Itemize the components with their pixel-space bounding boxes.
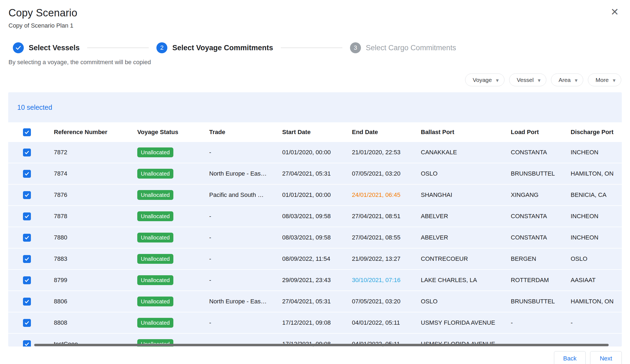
filter-area-label: Area xyxy=(559,77,571,83)
filter-area-button[interactable]: Area ▾ xyxy=(551,73,583,86)
start-date-cell: 29/09/2021, 23:43 xyxy=(274,277,343,284)
select-all-checkbox[interactable] xyxy=(23,128,31,136)
selected-count: 10 selected xyxy=(17,103,52,111)
discharge-port-value: - xyxy=(571,319,573,326)
table-row[interactable]: 8799 Unallocated - 29/09/2021, 23:43 30/… xyxy=(8,270,622,291)
row-checkbox[interactable] xyxy=(23,276,31,284)
table-row[interactable]: 7876 Unallocated Pacific and South … 01/… xyxy=(8,185,622,206)
row-checkbox[interactable] xyxy=(23,298,31,306)
row-checkbox[interactable] xyxy=(23,212,31,220)
trade-cell: - xyxy=(201,277,274,284)
table-row[interactable]: 8806 Unallocated North Europe - Eas… 27/… xyxy=(8,291,622,312)
step2-number: 2 xyxy=(156,42,167,53)
end-date-value: 21/01/2020, 22:53 xyxy=(352,149,400,156)
ballast-port-value: USMSY FLORIDA AVENUE xyxy=(421,319,495,326)
end-date-cell: 07/05/2021, 03:20 xyxy=(343,298,412,305)
row-checkbox[interactable] xyxy=(23,149,31,156)
filter-voyage-label: Voyage xyxy=(473,77,492,83)
ballast-port-cell: OSLO xyxy=(412,298,502,305)
horizontal-scrollbar[interactable] xyxy=(34,344,609,346)
column-header-reference-number[interactable]: Reference Number xyxy=(45,129,129,136)
next-button[interactable]: Next xyxy=(590,351,622,364)
column-header-ballast-port[interactable]: Ballast Port xyxy=(412,129,502,136)
modal-footer: Back Next xyxy=(0,351,622,364)
status-badge: Unallocated xyxy=(137,318,173,328)
ballast-port-cell: CONTRECOEUR xyxy=(412,255,502,262)
load-port-value: BRUNSBUTTEL xyxy=(511,298,555,305)
column-header-trade[interactable]: Trade xyxy=(201,129,274,136)
voyage-status-cell: Unallocated xyxy=(129,254,201,264)
table-row[interactable]: 7878 Unallocated - 08/03/2021, 09:58 27/… xyxy=(8,206,622,227)
trade-value: North Europe - Eas… xyxy=(209,170,267,177)
voyage-status-cell: Unallocated xyxy=(129,318,201,328)
discharge-port-value: INCHEON xyxy=(571,234,598,241)
column-header-load-port[interactable]: Load Port xyxy=(502,129,562,136)
load-port-cell: - xyxy=(502,319,562,326)
filter-more-button[interactable]: More ▾ xyxy=(588,73,621,86)
table-header-row: Reference Number Voyage Status Trade Sta… xyxy=(8,122,622,142)
reference-number-value: 7878 xyxy=(54,213,67,220)
discharge-port-value: AASIAAT xyxy=(571,277,596,283)
load-port-cell: BERGEN xyxy=(502,255,562,262)
step-select-cargo-commitments[interactable]: 3 Select Cargo Commitments xyxy=(350,42,456,53)
voyage-commitments-panel: 10 selected Reference Number Voyage Stat… xyxy=(8,92,622,347)
step-select-vessels[interactable]: Select Vessels xyxy=(13,42,80,53)
voyage-status-cell: Unallocated xyxy=(129,233,201,242)
column-header-start-date[interactable]: Start Date xyxy=(274,129,343,136)
reference-number-cell: 8799 xyxy=(45,277,129,284)
discharge-port-cell: AASIAAT xyxy=(562,277,622,284)
load-port-cell: ROTTERDAM xyxy=(502,277,562,284)
row-checkbox[interactable] xyxy=(23,319,31,327)
voyage-status-cell: Unallocated xyxy=(129,169,201,179)
step3-label: Select Cargo Commitments xyxy=(366,44,456,52)
load-port-value: - xyxy=(511,319,513,326)
start-date-value: 27/04/2021, 05:31 xyxy=(282,298,331,305)
row-checkbox[interactable] xyxy=(23,340,31,347)
back-button[interactable]: Back xyxy=(554,351,586,364)
trade-value: - xyxy=(209,234,211,241)
end-date-value: 21/09/2022, 13:27 xyxy=(352,255,400,262)
table-row[interactable]: 7874 Unallocated North Europe - Eas… 27/… xyxy=(8,163,622,185)
trade-cell: - xyxy=(201,149,274,156)
start-date-value: 01/01/2020, 00:00 xyxy=(282,149,331,156)
column-header-end-date[interactable]: End Date xyxy=(343,129,412,136)
start-date-value: 17/12/2021, 09:08 xyxy=(282,319,331,326)
discharge-port-value: INCHEON xyxy=(571,149,598,156)
table-row[interactable]: 8808 Unallocated - 17/12/2021, 09:08 04/… xyxy=(8,312,622,334)
start-date-value: 08/03/2021, 09:58 xyxy=(282,234,331,241)
status-badge: Unallocated xyxy=(137,233,173,242)
row-checkbox[interactable] xyxy=(23,234,31,242)
voyage-status-cell: Unallocated xyxy=(129,297,201,306)
row-checkbox[interactable] xyxy=(23,255,31,263)
row-checkbox[interactable] xyxy=(23,191,31,199)
trade-value: Pacific and South … xyxy=(209,191,264,198)
load-port-value: BERGEN xyxy=(511,255,536,262)
filter-vessel-button[interactable]: Vessel ▾ xyxy=(509,73,546,86)
ballast-port-value: ABELVER xyxy=(421,213,448,220)
trade-value: - xyxy=(209,213,211,220)
table-row[interactable]: 7883 Unallocated - 08/09/2022, 11:54 21/… xyxy=(8,248,622,270)
discharge-port-value: BENICIA, CA xyxy=(571,191,606,198)
discharge-port-cell: HAMILTON, ON xyxy=(562,298,622,305)
end-date-cell: 21/09/2022, 13:27 xyxy=(343,255,412,262)
filter-bar: Voyage ▾ Vessel ▾ Area ▾ More ▾ xyxy=(0,73,621,86)
column-header-discharge-port[interactable]: Discharge Port xyxy=(562,129,622,136)
reference-number-cell: 7880 xyxy=(45,234,129,241)
table-row[interactable]: 7880 Unallocated - 08/03/2021, 09:58 27/… xyxy=(8,227,622,248)
reference-number-value: 7872 xyxy=(54,149,67,156)
close-icon[interactable]: ✕ xyxy=(609,6,621,18)
reference-number-cell: 7874 xyxy=(45,170,129,177)
row-checkbox[interactable] xyxy=(23,170,31,178)
selection-summary-bar: 10 selected xyxy=(8,92,622,122)
discharge-port-cell: INCHEON xyxy=(562,234,622,241)
filter-voyage-button[interactable]: Voyage ▾ xyxy=(465,73,504,86)
stepper-helper-text: By selecting a voyage, the commitment wi… xyxy=(8,59,630,66)
chevron-down-icon: ▾ xyxy=(496,78,499,83)
load-port-value: CONSTANTA xyxy=(511,213,547,220)
reference-number-value: 7883 xyxy=(54,255,67,262)
column-header-voyage-status[interactable]: Voyage Status xyxy=(129,129,201,136)
page-subtitle: Copy of Scenario Plan 1 xyxy=(8,22,622,29)
step-select-voyage-commitments[interactable]: 2 Select Voyage Commitments xyxy=(156,42,273,53)
discharge-port-cell: OSLO xyxy=(562,255,622,262)
table-row[interactable]: 7872 Unallocated - 01/01/2020, 00:00 21/… xyxy=(8,142,622,163)
